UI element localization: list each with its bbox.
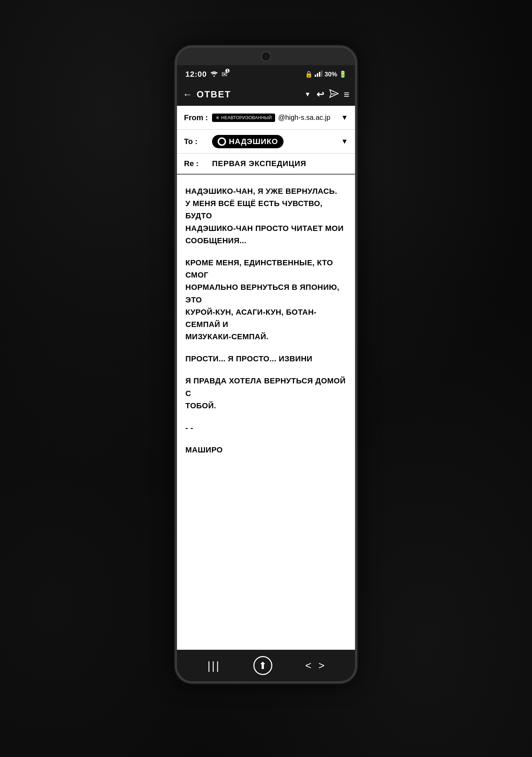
app-bar-actions: ↩ ≡ (316, 89, 349, 100)
front-camera (261, 52, 271, 61)
email-text-5: - - (185, 423, 193, 432)
phone-body: 12:00 ✉1 🔒 (175, 46, 357, 683)
to-dropdown-icon[interactable]: ▼ (341, 137, 348, 145)
to-recipient-badge[interactable]: НАДЭШИКО (212, 135, 284, 148)
unauthorized-icon: ✳ (216, 115, 220, 121)
email-paragraph-6: МАШИРО (185, 444, 347, 456)
email-paragraph-1: НАДЭШИКО-ЧАН, Я УЖЕ ВЕРНУЛАСЬ. У МЕНЯ ВС… (185, 185, 347, 247)
battery-status: 30% 🔋 (325, 70, 347, 78)
battery-icon: 🔋 (339, 71, 347, 78)
re-field-row: Re : ПЕРВАЯ ЭКСПЕДИЦИЯ (177, 154, 355, 175)
re-label: Re : (184, 159, 212, 168)
reply-icon[interactable]: ↩ (316, 89, 324, 100)
nav-prev-next: < > (305, 660, 325, 671)
phone-top-bar (177, 48, 355, 65)
volume-silent-button[interactable] (175, 104, 176, 121)
from-field-row: From : ✳ НЕАВТОРИЗОВАННЫЙ @high-s.sa.ac.… (177, 106, 355, 130)
status-left: 12:00 ✉1 (185, 70, 227, 79)
email-paragraph-2: КРОМЕ МЕНЯ, ЕДИНСТВЕННЫЕ, КТО СМОГ НОРМА… (185, 257, 347, 343)
email-text-2: КРОМЕ МЕНЯ, ЕДИНСТВЕННЫЕ, КТО СМОГ НОРМА… (185, 258, 339, 341)
to-recipient-name: НАДЭШИКО (229, 137, 278, 146)
volume-down-button[interactable] (175, 167, 176, 198)
app-bar: ← ОТВЕТ ▼ ↩ ≡ (177, 83, 355, 106)
svg-rect-3 (319, 72, 320, 77)
svg-rect-2 (317, 73, 318, 77)
app-bar-title: ОТВЕТ (197, 89, 305, 100)
notification-icon: ✉1 (221, 70, 227, 79)
email-text-1: НАДЭШИКО-ЧАН, Я УЖЕ ВЕРНУЛАСЬ. У МЕНЯ ВС… (185, 187, 344, 245)
email-text-4: Я ПРАВДА ХОТЕЛА ВЕРНУТЬСЯ ДОМОЙ С ТОБОЙ. (185, 376, 346, 410)
avatar-inner (219, 139, 225, 144)
email-paragraph-3: ПРОСТИ... Я ПРОСТО... ИЗВИНИ (185, 353, 347, 365)
from-badge: ✳ НЕАВТОРИЗОВАННЫЙ (212, 114, 275, 122)
svg-rect-4 (321, 70, 322, 77)
from-dropdown-icon[interactable]: ▼ (341, 114, 348, 122)
email-paragraph-5: - - (185, 422, 347, 434)
to-field-content: НАДЭШИКО ▼ (212, 135, 348, 148)
re-subject: ПЕРВАЯ ЭКСПЕДИЦИЯ (212, 159, 306, 168)
svg-rect-1 (315, 75, 316, 77)
bottom-nav: ||| ⬆ < > (177, 650, 355, 681)
nav-prev-button[interactable]: < (305, 660, 312, 671)
email-text-3: ПРОСТИ... Я ПРОСТО... ИЗВИНИ (185, 354, 312, 363)
email-body: НАДЭШИКО-ЧАН, Я УЖЕ ВЕРНУЛАСЬ. У МЕНЯ ВС… (177, 175, 355, 650)
volume-up-button[interactable] (175, 128, 176, 160)
lock-icon: 🔒 (305, 70, 313, 78)
menu-icon[interactable]: ≡ (344, 89, 349, 100)
wifi-icon (210, 70, 219, 79)
nav-next-button[interactable]: > (318, 660, 325, 671)
nav-bars-button[interactable]: ||| (207, 659, 220, 672)
recipient-avatar (218, 137, 226, 146)
send-icon[interactable] (329, 89, 339, 100)
status-time: 12:00 (185, 70, 207, 79)
svg-point-0 (213, 75, 215, 77)
from-field-content: ✳ НЕАВТОРИЗОВАННЫЙ @high-s.sa.ac.jp ▼ (212, 114, 348, 122)
nav-home-button[interactable]: ⬆ (253, 656, 272, 675)
to-label: To : (184, 137, 212, 146)
power-button[interactable] (356, 118, 357, 146)
phone-screen: 12:00 ✉1 🔒 (177, 65, 355, 681)
title-dropdown-icon[interactable]: ▼ (305, 91, 311, 98)
to-field-row: To : НАДЭШИКО ▼ (177, 130, 355, 154)
signal-icon (315, 70, 322, 79)
back-button[interactable]: ← (183, 89, 192, 100)
from-badge-text: НЕАВТОРИЗОВАННЫЙ (221, 115, 272, 120)
from-email: @high-s.sa.ac.jp (278, 114, 330, 122)
email-text-6: МАШИРО (185, 445, 223, 454)
phone-container: 12:00 ✉1 🔒 (168, 46, 364, 711)
email-paragraph-4: Я ПРАВДА ХОТЕЛА ВЕРНУТЬСЯ ДОМОЙ С ТОБОЙ. (185, 375, 347, 412)
status-right: 🔒 30% 🔋 (305, 70, 347, 79)
home-icon: ⬆ (259, 660, 267, 671)
from-label: From : (184, 113, 212, 122)
email-fields: From : ✳ НЕАВТОРИЗОВАННЫЙ @high-s.sa.ac.… (177, 106, 355, 175)
status-bar: 12:00 ✉1 🔒 (177, 65, 355, 83)
